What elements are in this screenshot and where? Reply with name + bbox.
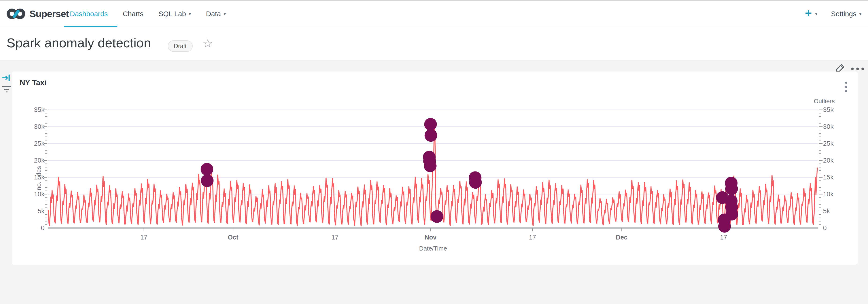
y-tick-label-right: 15k xyxy=(823,173,844,181)
y-tick-label-right: 25k xyxy=(823,140,844,147)
y-tick-label-right: 5k xyxy=(823,207,844,215)
y-tick-label-right: 20k xyxy=(823,157,844,164)
y-tick-label-right: 30k xyxy=(823,123,844,131)
x-tick-label: 17 xyxy=(516,234,549,241)
x-tick-label: Oct xyxy=(217,234,249,241)
y-tick-label-right: 35k xyxy=(823,106,844,114)
x-axis-title: Date/Time xyxy=(407,245,459,252)
timeseries-chart xyxy=(0,0,868,304)
y-tick-label-left: 35k xyxy=(24,106,44,114)
superset-dashboard-page: Superset Dashboards Charts SQL Lab ▾ Dat… xyxy=(0,0,868,304)
right-axis-title: Outliers xyxy=(787,98,835,105)
x-tick-label: 17 xyxy=(127,234,160,241)
y-tick-label-left: 25k xyxy=(24,140,44,147)
x-tick-label: 17 xyxy=(318,234,351,241)
x-tick-label: 17 xyxy=(707,234,740,241)
y-tick-label-left: 5k xyxy=(24,207,44,215)
y-tick-label-left: 30k xyxy=(24,123,44,131)
y-tick-label-right: 10k xyxy=(823,190,844,198)
x-tick-label: Nov xyxy=(414,234,447,241)
y-tick-label-left: 10k xyxy=(24,190,44,198)
y-tick-label-right: 0 xyxy=(823,224,844,232)
x-tick-label: Dec xyxy=(605,234,638,241)
y-tick-label-left: 0 xyxy=(24,224,44,232)
y-tick-label-left: 15k xyxy=(24,173,44,181)
y-tick-label-left: 20k xyxy=(24,157,44,164)
